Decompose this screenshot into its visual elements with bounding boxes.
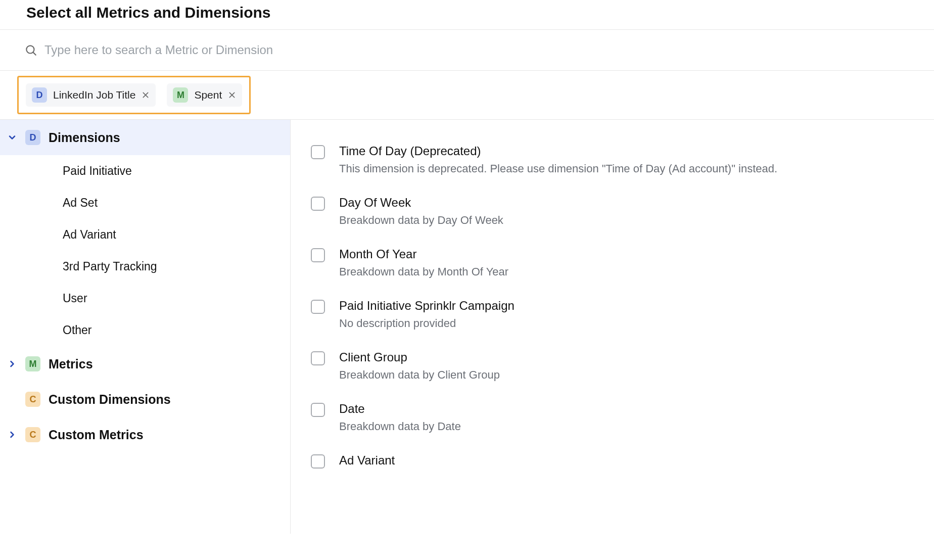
chip-label: Spent bbox=[194, 89, 222, 101]
page-title: Select all Metrics and Dimensions bbox=[0, 0, 934, 29]
group-badge: C bbox=[25, 392, 40, 407]
dimension-text: Month Of YearBreakdown data by Month Of … bbox=[339, 247, 508, 278]
dimension-checkbox[interactable] bbox=[311, 197, 325, 211]
dimension-text: DateBreakdown data by Date bbox=[339, 402, 461, 433]
dimension-text: Time Of Day (Deprecated)This dimension i… bbox=[339, 144, 777, 175]
dimension-checkbox[interactable] bbox=[311, 454, 325, 469]
dimension-row: DateBreakdown data by Date bbox=[311, 392, 914, 443]
close-icon[interactable] bbox=[142, 91, 150, 99]
dimension-checkbox[interactable] bbox=[311, 403, 325, 417]
search-row bbox=[0, 29, 934, 71]
dimension-row: Paid Initiative Sprinklr CampaignNo desc… bbox=[311, 289, 914, 340]
group-badge: M bbox=[25, 356, 40, 371]
dimension-description: No description provided bbox=[339, 317, 515, 330]
sidebar-group-custom-dimensions[interactable]: CCustom Dimensions bbox=[0, 382, 290, 417]
dimension-row: Day Of WeekBreakdown data by Day Of Week bbox=[311, 185, 914, 237]
chip-label: LinkedIn Job Title bbox=[53, 89, 135, 101]
dimension-text: Paid Initiative Sprinklr CampaignNo desc… bbox=[339, 299, 515, 330]
dimension-description: This dimension is deprecated. Please use… bbox=[339, 162, 777, 175]
dimension-description: Breakdown data by Date bbox=[339, 420, 461, 433]
dimension-label[interactable]: Ad Variant bbox=[339, 453, 395, 468]
svg-line-1 bbox=[33, 53, 36, 55]
dimension-text: Ad Variant bbox=[339, 453, 395, 469]
dimension-text: Day Of WeekBreakdown data by Day Of Week bbox=[339, 196, 503, 227]
group-badge: C bbox=[25, 427, 40, 442]
sidebar-group-metrics[interactable]: MMetrics bbox=[0, 346, 290, 382]
group-badge: D bbox=[25, 130, 40, 145]
dimension-label[interactable]: Date bbox=[339, 402, 461, 416]
dimensions-list: Time Of Day (Deprecated)This dimension i… bbox=[291, 120, 934, 534]
chip-badge: D bbox=[32, 87, 47, 103]
chevron-right-icon bbox=[7, 430, 17, 440]
dimension-label[interactable]: Paid Initiative Sprinklr Campaign bbox=[339, 299, 515, 313]
sidebar-item-ad-set[interactable]: Ad Set bbox=[0, 187, 290, 219]
dimension-text: Client GroupBreakdown data by Client Gro… bbox=[339, 350, 500, 382]
dimension-description: Breakdown data by Day Of Week bbox=[339, 214, 503, 227]
sidebar-item-paid-initiative[interactable]: Paid Initiative bbox=[0, 155, 290, 187]
dimension-row: Client GroupBreakdown data by Client Gro… bbox=[311, 340, 914, 392]
group-title: Metrics bbox=[49, 357, 93, 371]
dimension-row: Ad Variant bbox=[311, 443, 914, 479]
sidebar-item-ad-variant[interactable]: Ad Variant bbox=[0, 219, 290, 251]
sidebar-item-other[interactable]: Other bbox=[0, 314, 290, 346]
dimension-label[interactable]: Time Of Day (Deprecated) bbox=[339, 144, 777, 158]
search-input[interactable] bbox=[37, 39, 910, 61]
chip-linkedin-job-title[interactable]: DLinkedIn Job Title bbox=[26, 83, 156, 107]
chevron-right-icon bbox=[7, 359, 17, 369]
chevron-down-icon bbox=[7, 132, 17, 143]
main-split: DDimensionsPaid InitiativeAd SetAd Varia… bbox=[0, 119, 934, 534]
dimension-checkbox[interactable] bbox=[311, 248, 325, 262]
group-title: Custom Metrics bbox=[49, 428, 144, 442]
dimension-checkbox[interactable] bbox=[311, 351, 325, 365]
group-title: Custom Dimensions bbox=[49, 392, 171, 407]
dimension-description: Breakdown data by Month Of Year bbox=[339, 265, 508, 278]
dimension-description: Breakdown data by Client Group bbox=[339, 368, 500, 382]
dimension-row: Month Of YearBreakdown data by Month Of … bbox=[311, 237, 914, 289]
chip-spent[interactable]: MSpent bbox=[167, 83, 242, 107]
dimension-label[interactable]: Client Group bbox=[339, 350, 500, 364]
search-icon bbox=[24, 43, 37, 57]
group-title: Dimensions bbox=[49, 130, 120, 145]
chevron-spacer bbox=[7, 394, 17, 404]
dimension-checkbox[interactable] bbox=[311, 145, 325, 159]
sidebar-item-3rd-party-tracking[interactable]: 3rd Party Tracking bbox=[0, 251, 290, 283]
sidebar-item-user[interactable]: User bbox=[0, 283, 290, 314]
sidebar: DDimensionsPaid InitiativeAd SetAd Varia… bbox=[0, 120, 291, 534]
dimension-label[interactable]: Month Of Year bbox=[339, 247, 508, 261]
sidebar-group-dimensions[interactable]: DDimensions bbox=[0, 120, 290, 155]
chip-badge: M bbox=[173, 87, 188, 103]
close-icon[interactable] bbox=[228, 91, 236, 99]
dimension-row: Time Of Day (Deprecated)This dimension i… bbox=[311, 134, 914, 185]
sidebar-group-custom-metrics[interactable]: CCustom Metrics bbox=[0, 417, 290, 452]
metrics-dimensions-panel: Select all Metrics and Dimensions DLinke… bbox=[0, 0, 934, 534]
selected-chips-highlight: DLinkedIn Job TitleMSpent bbox=[17, 76, 251, 114]
dimension-checkbox[interactable] bbox=[311, 300, 325, 314]
dimension-label[interactable]: Day Of Week bbox=[339, 196, 503, 210]
selected-chips-row: DLinkedIn Job TitleMSpent bbox=[0, 71, 934, 119]
